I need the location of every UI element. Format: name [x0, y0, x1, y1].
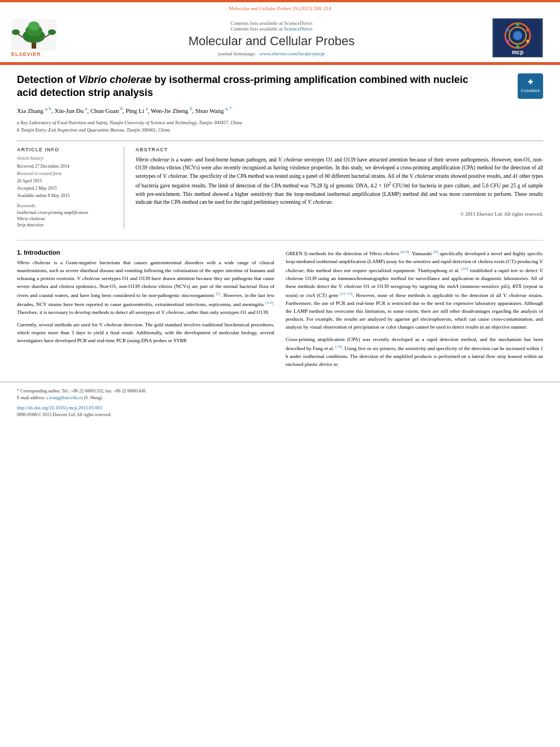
- crossmark-text: ✚CrossMark: [521, 78, 540, 93]
- email-label: E-mail address:: [17, 395, 45, 400]
- body-left-column: 1. Introduction Vibrio cholerae is a Gra…: [17, 249, 274, 373]
- journal-title: Molecular and Cellular Probes: [56, 34, 487, 49]
- article-info-column: Article info Article history: Received 2…: [17, 147, 124, 229]
- svg-point-17: [506, 40, 509, 43]
- page: Molecular and Cellular Probes 29 (2015) …: [0, 0, 560, 747]
- svg-point-16: [516, 45, 519, 49]
- keywords-section: Keywords: Isothermal cross-priming ampli…: [17, 203, 117, 228]
- svg-point-18: [506, 28, 509, 32]
- email-author-name: (S. Wang).: [84, 395, 103, 400]
- main-body: 1. Introduction Vibrio cholerae is a Gra…: [0, 241, 560, 373]
- article-content: Detection of Vibrio cholerae by isotherm…: [0, 65, 560, 237]
- svg-text:mcp: mcp: [512, 49, 524, 55]
- issn-line: 0890-8508/© 2015 Elsevier Ltd. All right…: [17, 412, 543, 417]
- affiliation-a: a Key Laboratory of Food Nutrition and S…: [17, 119, 543, 126]
- keyword-2: Vibrio cholerae: [17, 216, 117, 221]
- accepted-date: Accepted 2 May 2015: [17, 185, 117, 191]
- intro-section-title: 1. Introduction: [17, 249, 274, 256]
- title-italic: Vibrio cholerae: [78, 74, 151, 85]
- received-date: Received 27 December 2014: [17, 163, 117, 169]
- journal-header: ELSEVIER Contents lists available at Sci…: [0, 14, 560, 63]
- footnote-corresponding: * Corresponding author. Tel.: +86 22 606…: [17, 388, 543, 395]
- abstract-heading: Abstract: [135, 147, 543, 152]
- email-address[interactable]: s.wang@tust.edu.cn: [46, 395, 82, 400]
- sciencedirect-availability: Contents lists available at ScienceDirec…: [56, 20, 487, 26]
- intro-para-3: GREEN I) methods for the detection of Vi…: [286, 249, 543, 331]
- article-footer: * Corresponding author. Tel.: +86 22 606…: [0, 382, 560, 423]
- received-revised-date: 26 April 2015: [17, 178, 117, 184]
- contents-available-text: Contents lists available at ScienceDirec…: [231, 20, 313, 26]
- svg-point-8: [48, 29, 56, 35]
- title-row: Detection of Vibrio cholerae by isotherm…: [17, 73, 543, 106]
- svg-point-6: [12, 29, 20, 35]
- journal-logo-area: mcp: [487, 18, 543, 58]
- crossmark-badge[interactable]: ✚CrossMark: [518, 73, 543, 99]
- footnote-email: E-mail address: s.wang@tust.edu.cn (S. W…: [17, 395, 543, 401]
- svg-point-13: [516, 23, 519, 26]
- abstract-column: Abstract Vibrio cholerae is a water- and…: [135, 147, 543, 229]
- footnote-star-text: * Corresponding author. Tel.: +86 22 606…: [17, 388, 146, 394]
- mcp-logo: mcp: [492, 18, 543, 58]
- elsevier-tree-icon: [11, 19, 56, 50]
- article-info-abstract-section: Article info Article history: Received 2…: [17, 141, 543, 229]
- svg-point-12: [513, 31, 522, 40]
- contents-line: Contents lists available at ScienceDirec…: [56, 26, 487, 32]
- section-number: 1. Introduction: [17, 249, 60, 256]
- mcp-logo-graphic: mcp: [495, 20, 540, 56]
- keywords-label: Keywords:: [17, 203, 117, 208]
- doi-line[interactable]: http://dx.doi.org/10.1016/j.mcp.2015.05.…: [17, 405, 543, 410]
- article-history-label: Article history:: [17, 156, 117, 161]
- elsevier-logo-area: ELSEVIER: [11, 19, 56, 57]
- body-right-column: GREEN I) methods for the detection of Vi…: [286, 249, 543, 373]
- title-text-pre: Detection of: [17, 74, 78, 85]
- abstract-text: Vibrio cholerae is a water- and food-bor…: [135, 156, 543, 207]
- svg-point-4: [28, 21, 40, 30]
- homepage-line: journal homepage: www.elsevier.com/locat…: [56, 51, 487, 56]
- citation-text: Molecular and Cellular Probes 29 (2015) …: [229, 6, 331, 11]
- journal-header-center: Contents lists available at ScienceDirec…: [56, 20, 487, 56]
- authors-line: Xia Zhang a, b, Xin-Jun Du a, Chun Guan …: [17, 106, 543, 116]
- sciencedirect-link[interactable]: ScienceDirect: [284, 26, 312, 32]
- received-revised-label: Received in revised form: [17, 171, 117, 177]
- affiliation-b: b Tianjin Entry–Exit Inspection and Quar…: [17, 126, 543, 134]
- elsevier-name-text: ELSEVIER: [11, 51, 41, 57]
- copyright-text: © 2015 Elsevier Ltd. All rights reserved…: [135, 211, 543, 217]
- intro-para-2: Currently, several methods are used for …: [17, 321, 274, 345]
- intro-para-4: Cross-priming amplification (CPA) was re…: [286, 336, 543, 369]
- article-title: Detection of Vibrio cholerae by isotherm…: [17, 73, 512, 100]
- affiliations: a Key Laboratory of Food Nutrition and S…: [17, 119, 543, 134]
- citation-bar: Molecular and Cellular Probes 29 (2015) …: [0, 2, 560, 14]
- intro-para-1: Vibrio cholerae is a Gram-negative bacte…: [17, 259, 274, 317]
- homepage-link[interactable]: www.elsevier.com/locate/ymcpr: [260, 51, 325, 56]
- svg-point-14: [526, 28, 530, 32]
- svg-point-15: [526, 40, 530, 43]
- article-info-heading: Article info: [17, 147, 117, 152]
- keyword-1: Isothermal cross-priming amplification: [17, 210, 117, 215]
- available-date: Available online 8 May 2015: [17, 193, 117, 199]
- keyword-3: Strip detection: [17, 222, 117, 228]
- homepage-label: journal homepage:: [218, 51, 256, 56]
